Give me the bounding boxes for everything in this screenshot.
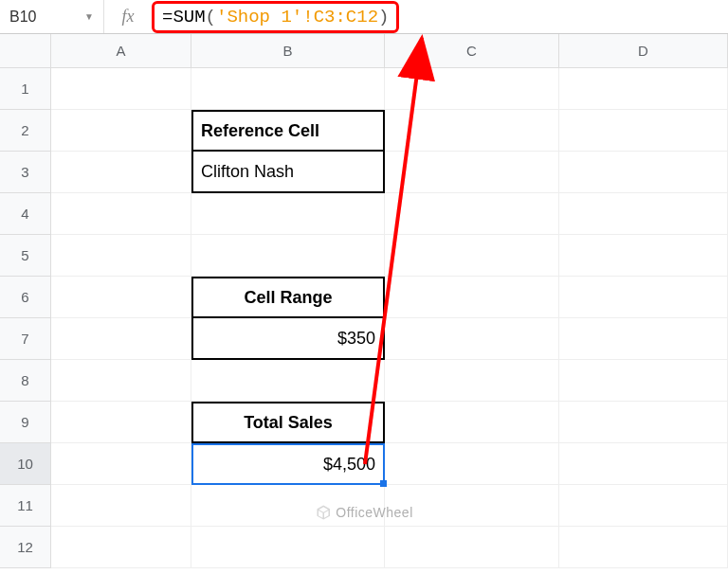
formula-close-paren: ) [378, 7, 389, 27]
cell-B4[interactable] [191, 193, 385, 235]
cell-C3[interactable] [385, 152, 559, 193]
cell-A7[interactable] [51, 318, 191, 360]
name-box[interactable]: B10 ▼ [0, 0, 104, 33]
cell-A12[interactable] [51, 527, 191, 568]
cells-area: Reference Cell Clifton Nash [51, 68, 728, 568]
row-header-6[interactable]: 6 [0, 277, 51, 318]
cell-A9[interactable] [51, 402, 191, 443]
row-header-7[interactable]: 7 [0, 318, 51, 360]
row-header-1[interactable]: 1 [0, 68, 51, 110]
cell-D4[interactable] [559, 193, 728, 235]
cube-icon [315, 504, 332, 521]
col-header-B[interactable]: B [191, 34, 385, 68]
row-header-3[interactable]: 3 [0, 152, 51, 193]
cell-B2[interactable]: Reference Cell [191, 110, 385, 152]
row-header-2[interactable]: 2 [0, 110, 51, 152]
cell-D8[interactable] [559, 360, 728, 402]
cell-A11[interactable] [51, 485, 191, 527]
cell-D9[interactable] [559, 402, 728, 443]
cell-A1[interactable] [51, 68, 191, 110]
row-header-4[interactable]: 4 [0, 193, 51, 235]
row-headers: 1 2 3 4 5 6 7 8 9 10 11 12 [0, 68, 51, 568]
formula-reference: 'Shop 1'!C3:C12 [216, 7, 378, 27]
row-header-9[interactable]: 9 [0, 402, 51, 443]
cell-C9[interactable] [385, 402, 559, 443]
cell-B5[interactable] [191, 235, 385, 277]
col-header-A[interactable]: A [51, 34, 191, 68]
name-box-value: B10 [9, 9, 36, 26]
cell-B9[interactable]: Total Sales [191, 402, 385, 443]
cell-A3[interactable] [51, 152, 191, 193]
cell-C6[interactable] [385, 277, 559, 318]
cell-C12[interactable] [385, 527, 559, 568]
cell-A2[interactable] [51, 110, 191, 152]
cell-C10[interactable] [385, 443, 559, 485]
formula-bar: B10 ▼ fx =SUM ( 'Shop 1'!C3:C12 ) [0, 0, 728, 34]
watermark: OfficeWheel [315, 504, 413, 521]
spreadsheet-grid: 1 2 3 4 5 6 7 8 9 10 11 12 A B C D [0, 34, 728, 574]
formula-open-paren: ( [206, 7, 216, 27]
cell-D1[interactable] [559, 68, 728, 110]
chevron-down-icon[interactable]: ▼ [84, 11, 94, 22]
cell-A10[interactable] [51, 443, 191, 485]
cell-B1[interactable] [191, 68, 385, 110]
cell-B12[interactable] [191, 527, 385, 568]
col-header-D[interactable]: D [559, 34, 728, 68]
cell-C2[interactable] [385, 110, 559, 152]
cell-D5[interactable] [559, 235, 728, 277]
cell-C1[interactable] [385, 68, 559, 110]
cell-A6[interactable] [51, 277, 191, 318]
col-header-C[interactable]: C [385, 34, 559, 68]
cell-A4[interactable] [51, 193, 191, 235]
cell-D12[interactable] [559, 527, 728, 568]
formula-input[interactable]: =SUM ( 'Shop 1'!C3:C12 ) [152, 1, 399, 33]
row-header-11[interactable]: 11 [0, 485, 51, 527]
cell-B8[interactable] [191, 360, 385, 402]
cell-A8[interactable] [51, 360, 191, 402]
watermark-text: OfficeWheel [336, 505, 413, 520]
select-all-corner[interactable] [0, 34, 51, 68]
cell-B7[interactable]: $350 [191, 318, 385, 360]
cell-C8[interactable] [385, 360, 559, 402]
cell-B6[interactable]: Cell Range [191, 277, 385, 318]
column-headers: A B C D [51, 34, 728, 68]
cell-A5[interactable] [51, 235, 191, 277]
cell-D2[interactable] [559, 110, 728, 152]
cell-D6[interactable] [559, 277, 728, 318]
fx-icon: fx [104, 7, 152, 27]
cell-C7[interactable] [385, 318, 559, 360]
cell-D11[interactable] [559, 485, 728, 527]
formula-func: =SUM [162, 7, 206, 27]
cell-C4[interactable] [385, 193, 559, 235]
cell-C5[interactable] [385, 235, 559, 277]
cell-B10[interactable]: $4,500 [191, 443, 385, 485]
row-header-5[interactable]: 5 [0, 235, 51, 277]
row-header-10[interactable]: 10 [0, 443, 51, 485]
cell-D7[interactable] [559, 318, 728, 360]
cell-B3[interactable]: Clifton Nash [191, 152, 385, 193]
cell-D10[interactable] [559, 443, 728, 485]
row-header-12[interactable]: 12 [0, 527, 51, 568]
cell-D3[interactable] [559, 152, 728, 193]
row-header-8[interactable]: 8 [0, 360, 51, 402]
